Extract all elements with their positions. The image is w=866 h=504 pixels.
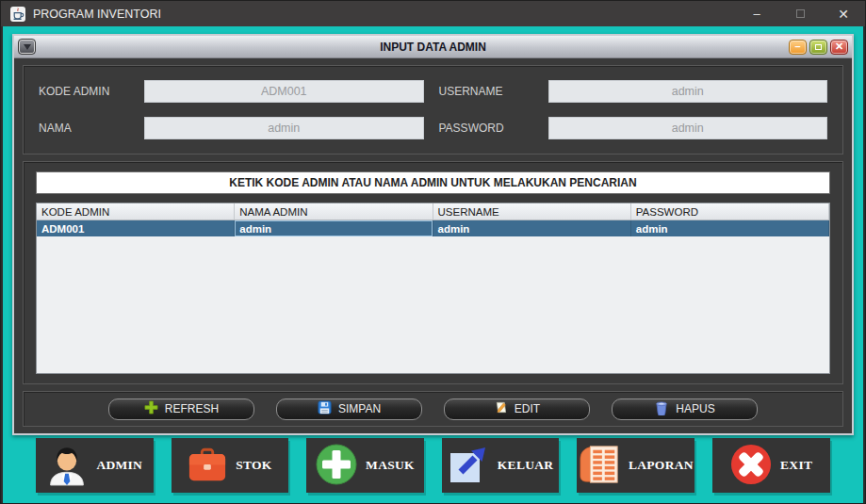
nav-exit-label: EXIT — [780, 458, 812, 473]
frame-maximize-button[interactable] — [809, 40, 827, 55]
cell-username[interactable]: admin — [433, 220, 631, 236]
table-panel: KODE ADMIN NAMA ADMIN USERNAME PASSWORD … — [23, 161, 843, 384]
nav-masuk-button[interactable]: MASUK — [306, 438, 424, 493]
input-data-admin-frame: INPUT DATA ADMIN – ✕ KODE ADMIN USERNAME… — [12, 34, 854, 435]
password-label: PASSWORD — [439, 122, 533, 135]
simpan-button[interactable]: SIMPAN — [276, 398, 422, 420]
simpan-label: SIMPAN — [338, 402, 381, 415]
exit-arrow-icon — [448, 444, 489, 488]
kode-admin-label: KODE ADMIN — [39, 85, 129, 98]
edit-icon — [494, 400, 508, 417]
nav-admin-button[interactable]: ADMIN — [36, 438, 154, 493]
nav-stok-button[interactable]: STOK — [172, 438, 289, 493]
window-minimize-button[interactable]: – — [735, 1, 778, 26]
table-row[interactable]: ADM001 admin admin admin — [37, 220, 829, 236]
maximize-icon — [796, 9, 805, 18]
os-titlebar: PROGRAM INVENTORI – ✕ — [1, 1, 865, 26]
kode-admin-field[interactable] — [144, 80, 424, 103]
frame-body: KODE ADMIN USERNAME NAMA PASSWORD KODE A… — [14, 58, 852, 433]
column-header-username[interactable]: USERNAME — [433, 203, 631, 219]
bottom-navbar: ADMIN STOK — [3, 435, 863, 503]
column-header-password[interactable]: PASSWORD — [631, 203, 829, 219]
nav-keluar-button[interactable]: KELUAR — [442, 438, 560, 493]
refresh-button[interactable]: REFRESH — [108, 398, 254, 420]
username-label: USERNAME — [439, 85, 533, 98]
admin-form-panel: KODE ADMIN USERNAME NAMA PASSWORD — [23, 65, 843, 154]
window-title: PROGRAM INVENTORI — [33, 8, 735, 21]
hapus-label: HAPUS — [676, 402, 714, 415]
table-header: KODE ADMIN NAMA ADMIN USERNAME PASSWORD — [37, 203, 829, 220]
cell-kode-admin[interactable]: ADM001 — [37, 220, 235, 236]
window-maximize-button[interactable] — [778, 1, 822, 26]
nama-label: NAMA — [39, 122, 129, 135]
nav-exit-button[interactable]: EXIT — [712, 438, 830, 493]
nav-laporan-button[interactable]: LAPORAN — [577, 438, 694, 493]
window-close-button[interactable]: ✕ — [822, 1, 865, 26]
nav-masuk-label: MASUK — [366, 458, 415, 473]
nav-laporan-label: LAPORAN — [629, 458, 694, 473]
maximize-icon — [815, 44, 822, 50]
admin-table: KODE ADMIN NAMA ADMIN USERNAME PASSWORD … — [36, 203, 830, 374]
java-app-icon — [10, 7, 25, 22]
plus-circle-icon — [316, 444, 357, 488]
frame-minimize-button[interactable]: – — [789, 40, 807, 55]
trash-icon — [654, 400, 669, 418]
edit-label: EDIT — [515, 402, 540, 415]
frame-close-button[interactable]: ✕ — [830, 40, 848, 55]
nama-field[interactable] — [144, 117, 424, 139]
action-buttons-panel: REFRESH — [23, 391, 843, 427]
username-field[interactable] — [548, 80, 828, 103]
person-icon — [46, 442, 88, 490]
frame-controls: – ✕ — [789, 40, 848, 55]
refresh-label: REFRESH — [165, 402, 219, 415]
frame-titlebar: INPUT DATA ADMIN – ✕ — [14, 36, 852, 58]
frame-title: INPUT DATA ADMIN — [14, 41, 852, 54]
column-header-kode-admin[interactable]: KODE ADMIN — [37, 203, 235, 219]
edit-button[interactable]: EDIT — [444, 398, 590, 420]
nav-admin-label: ADMIN — [96, 458, 142, 473]
search-input[interactable] — [36, 171, 830, 194]
briefcase-icon — [188, 446, 227, 486]
close-circle-icon — [730, 444, 772, 488]
cell-nama-admin[interactable]: admin — [235, 220, 433, 236]
report-icon — [579, 444, 620, 488]
password-field[interactable] — [548, 117, 828, 139]
app-window: PROGRAM INVENTORI – ✕ INPUT DATA ADMIN –… — [0, 0, 866, 504]
hapus-button[interactable]: HAPUS — [612, 398, 758, 420]
nav-stok-label: STOK — [236, 458, 271, 473]
desktop-pane: INPUT DATA ADMIN – ✕ KODE ADMIN USERNAME… — [1, 26, 865, 504]
column-header-nama-admin[interactable]: NAMA ADMIN — [235, 203, 433, 219]
nav-keluar-label: KELUAR — [498, 458, 554, 473]
cell-password[interactable]: admin — [631, 220, 829, 236]
save-icon — [318, 400, 332, 417]
plus-icon — [144, 400, 158, 417]
